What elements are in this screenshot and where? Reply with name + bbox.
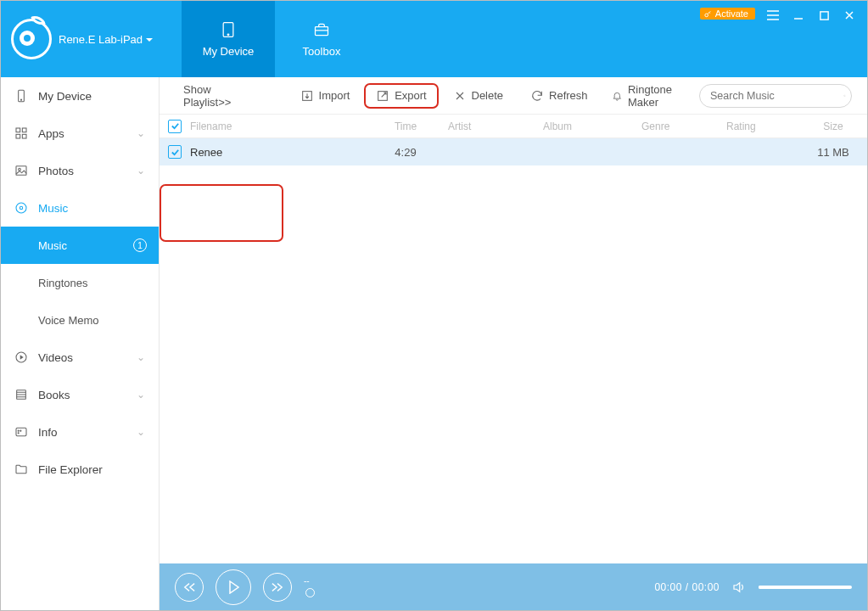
videos-icon xyxy=(14,350,28,364)
maximize-button[interactable] xyxy=(816,8,832,23)
cell-size: 11 MB xyxy=(799,146,867,159)
sidebar-item-videos[interactable]: Videos ⌄ xyxy=(1,339,159,376)
export-icon xyxy=(376,89,389,103)
svg-point-1 xyxy=(227,34,229,36)
svg-point-12 xyxy=(19,168,21,171)
music-count-badge: 1 xyxy=(133,238,147,252)
music-icon xyxy=(14,201,28,215)
apps-icon xyxy=(14,126,28,140)
sidebar-item-my-device[interactable]: My Device xyxy=(1,77,159,115)
bell-icon xyxy=(612,89,623,103)
sidebar-subitem-ringtones[interactable]: Ringtones xyxy=(1,264,159,301)
svg-rect-2 xyxy=(316,26,328,35)
ringtone-maker-button[interactable]: Ringtone Maker xyxy=(602,79,699,113)
column-artist[interactable]: Artist xyxy=(448,121,543,132)
export-button[interactable]: Export xyxy=(364,83,439,109)
minimize-button[interactable] xyxy=(791,8,806,23)
search-field[interactable] xyxy=(710,90,843,102)
import-icon xyxy=(300,89,314,103)
column-album[interactable]: Album xyxy=(543,121,641,132)
table-row[interactable]: Renee 4:29 11 MB xyxy=(160,138,867,165)
device-icon xyxy=(14,89,28,103)
forward-button[interactable] xyxy=(263,573,292,602)
row-checkbox[interactable] xyxy=(160,145,190,159)
column-genre[interactable]: Genre xyxy=(641,121,726,132)
menu-button[interactable] xyxy=(765,8,781,23)
chevron-down-icon: ⌄ xyxy=(137,127,145,139)
activate-button[interactable]: Activate xyxy=(700,8,755,20)
volume-icon[interactable] xyxy=(731,580,747,595)
delete-button[interactable]: Delete xyxy=(443,85,514,107)
column-filename[interactable]: Filename xyxy=(190,121,363,132)
svg-point-14 xyxy=(20,206,22,209)
svg-rect-9 xyxy=(16,134,20,138)
column-time[interactable]: Time xyxy=(363,121,448,132)
cell-filename: Renee xyxy=(190,146,363,159)
photos-icon xyxy=(14,164,28,177)
play-button[interactable] xyxy=(216,569,251,605)
svg-point-19 xyxy=(18,433,19,434)
rewind-button[interactable] xyxy=(175,573,204,602)
key-icon xyxy=(703,9,713,19)
tab-my-device[interactable]: My Device xyxy=(182,1,275,77)
search-icon xyxy=(843,88,846,104)
delete-icon xyxy=(453,89,467,103)
sidebar: My Device Apps ⌄ Photos ⌄ Music Music 1 … xyxy=(1,77,160,610)
toolbar: Show Playlist>> Import Export Delete Ref… xyxy=(160,77,867,115)
svg-rect-4 xyxy=(820,11,827,19)
chevron-down-icon: ⌄ xyxy=(137,389,145,401)
import-button[interactable]: Import xyxy=(290,85,361,107)
close-button[interactable] xyxy=(842,8,857,23)
svg-rect-10 xyxy=(22,134,26,138)
svg-point-6 xyxy=(20,99,21,100)
column-size[interactable]: Size xyxy=(799,121,867,132)
player-bar: -- 00:00 / 00:00 xyxy=(160,563,867,610)
info-icon xyxy=(14,425,28,439)
highlight-annotation xyxy=(160,184,283,242)
column-rating[interactable]: Rating xyxy=(726,121,799,132)
svg-point-20 xyxy=(20,430,21,431)
brand-area[interactable]: Rene.E Lab-iPad xyxy=(1,1,182,77)
svg-rect-7 xyxy=(16,128,20,132)
chevron-down-icon: ⌄ xyxy=(137,165,145,177)
folder-icon xyxy=(14,462,28,476)
chevron-down-icon: ⌄ xyxy=(137,351,145,363)
svg-point-13 xyxy=(16,203,26,213)
cell-time: 4:29 xyxy=(363,146,448,159)
show-playlist-button[interactable]: Show Playlist>> xyxy=(173,79,256,113)
main-panel: Show Playlist>> Import Export Delete Ref… xyxy=(160,77,867,563)
sidebar-subitem-music[interactable]: Music 1 xyxy=(1,227,159,264)
sidebar-item-file-explorer[interactable]: File Explorer xyxy=(1,451,159,488)
app-logo-icon xyxy=(11,19,52,59)
table-header: Filename Time Artist Album Genre Rating … xyxy=(160,115,867,138)
window-controls: Activate xyxy=(700,1,867,77)
sidebar-item-photos[interactable]: Photos ⌄ xyxy=(1,152,159,189)
svg-point-18 xyxy=(18,430,19,431)
volume-slider[interactable] xyxy=(759,586,852,589)
svg-point-23 xyxy=(844,95,846,97)
svg-point-3 xyxy=(705,14,708,17)
track-progress[interactable]: -- xyxy=(304,576,315,597)
title-bar: Rene.E Lab-iPad My Device Toolbox Activa… xyxy=(1,1,867,77)
search-music-input[interactable] xyxy=(699,84,852,108)
books-icon xyxy=(14,388,28,401)
sidebar-subitem-voice-memo[interactable]: Voice Memo xyxy=(1,301,159,339)
toolbox-icon xyxy=(313,21,330,38)
chevron-down-icon: ⌄ xyxy=(137,426,145,438)
svg-rect-8 xyxy=(22,128,26,132)
select-all-checkbox[interactable] xyxy=(160,120,190,133)
tab-toolbox[interactable]: Toolbox xyxy=(275,1,368,77)
sidebar-item-apps[interactable]: Apps ⌄ xyxy=(1,115,159,152)
svg-rect-11 xyxy=(16,166,26,176)
refresh-icon xyxy=(530,89,544,103)
device-selector[interactable]: Rene.E Lab-iPad xyxy=(59,33,153,46)
svg-rect-17 xyxy=(16,428,26,435)
sidebar-item-info[interactable]: Info ⌄ xyxy=(1,413,159,451)
sidebar-item-music[interactable]: Music xyxy=(1,189,159,227)
time-display: 00:00 / 00:00 xyxy=(654,581,720,593)
sidebar-item-books[interactable]: Books ⌄ xyxy=(1,376,159,413)
refresh-button[interactable]: Refresh xyxy=(520,85,598,107)
tablet-icon xyxy=(220,21,237,38)
